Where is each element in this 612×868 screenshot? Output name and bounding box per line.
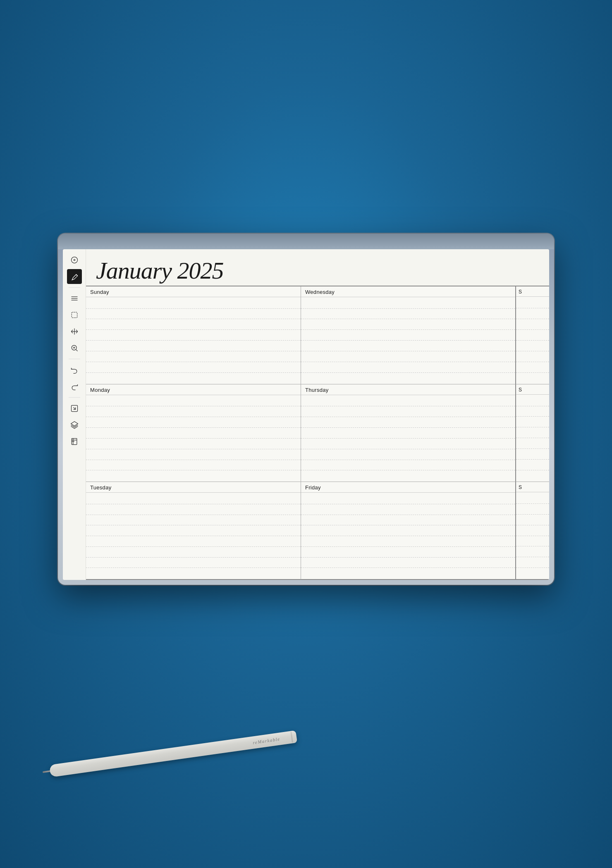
tablet-screen: January 2025 Sunday <box>63 249 549 580</box>
hamburger-icon[interactable] <box>67 291 82 306</box>
friday-cell: Friday <box>301 482 516 580</box>
saturday-3-label: S <box>516 482 549 492</box>
line <box>516 568 549 578</box>
line <box>86 351 301 362</box>
line <box>301 417 515 428</box>
line <box>516 504 549 515</box>
line <box>86 319 301 330</box>
wednesday-cell: Wednesday <box>301 286 516 384</box>
redo-icon[interactable] <box>67 379 82 394</box>
svg-line-8 <box>76 349 77 351</box>
line <box>301 330 515 341</box>
export-icon[interactable] <box>67 401 82 416</box>
line <box>301 439 515 449</box>
svg-marker-12 <box>71 422 78 426</box>
thursday-label: Thursday <box>301 384 515 395</box>
line <box>86 558 301 568</box>
svg-point-1 <box>74 259 75 260</box>
line <box>86 470 301 481</box>
line <box>516 373 549 383</box>
line <box>301 373 515 383</box>
friday-label: Friday <box>301 482 515 493</box>
saturday-2-lines <box>516 395 549 482</box>
tuesday-label: Tuesday <box>86 482 301 493</box>
zoom-icon[interactable] <box>67 341 82 355</box>
line <box>516 406 549 417</box>
line <box>301 309 515 320</box>
sunday-label: Sunday <box>86 286 301 297</box>
target-icon[interactable] <box>67 253 82 267</box>
line <box>301 568 515 578</box>
line <box>516 341 549 351</box>
line <box>86 547 301 558</box>
tuesday-lines <box>86 493 301 579</box>
header: January 2025 <box>86 249 549 286</box>
saturday-1-cell: S <box>516 286 549 384</box>
line <box>86 536 301 547</box>
line <box>86 504 301 515</box>
svg-point-0 <box>71 257 77 263</box>
wednesday-lines <box>301 297 515 384</box>
monday-label: Monday <box>86 384 301 395</box>
layers-icon[interactable] <box>67 417 82 432</box>
line <box>86 341 301 351</box>
line <box>86 439 301 449</box>
monday-cell: Monday <box>86 384 301 482</box>
line <box>86 494 301 504</box>
line <box>516 515 549 525</box>
line <box>301 504 515 515</box>
toolbar-separator-3 <box>69 397 80 398</box>
line <box>86 362 301 373</box>
line <box>516 493 549 504</box>
line <box>516 470 549 481</box>
line <box>301 351 515 362</box>
line <box>86 525 301 536</box>
sunday-cell: Sunday <box>86 286 301 384</box>
saturday-1-lines <box>516 297 549 384</box>
line <box>516 319 549 330</box>
line <box>516 546 549 557</box>
saturday-1-label: S <box>516 286 549 297</box>
tablet: January 2025 Sunday <box>58 234 554 585</box>
pen-tool-icon[interactable] <box>67 269 82 284</box>
undo-icon[interactable] <box>67 362 82 377</box>
selection-icon[interactable] <box>67 308 82 322</box>
pen-brand-label: reMarkable <box>253 736 281 745</box>
tablet-top-bar <box>58 234 554 249</box>
line <box>301 547 515 558</box>
thursday-lines <box>301 395 515 482</box>
sunday-lines <box>86 297 301 384</box>
line <box>301 449 515 460</box>
line <box>86 417 301 428</box>
line <box>516 351 549 362</box>
tuesday-cell: Tuesday <box>86 482 301 580</box>
move-icon[interactable] <box>67 324 82 339</box>
line <box>516 525 549 536</box>
line <box>86 449 301 460</box>
line <box>86 568 301 578</box>
saturday-3-cell: S <box>516 482 549 580</box>
line <box>301 319 515 330</box>
line <box>516 362 549 373</box>
line <box>86 373 301 383</box>
line <box>516 330 549 341</box>
svg-rect-6 <box>72 312 77 317</box>
line <box>86 309 301 320</box>
saturday-2-cell: S <box>516 384 549 482</box>
line <box>301 460 515 471</box>
line <box>86 406 301 417</box>
line <box>516 308 549 319</box>
line <box>301 536 515 547</box>
line <box>86 396 301 407</box>
main-content: January 2025 Sunday <box>86 249 549 580</box>
line <box>301 362 515 373</box>
line <box>86 298 301 309</box>
line <box>516 427 549 438</box>
svg-line-2 <box>76 274 77 276</box>
line <box>86 515 301 526</box>
saturday-3-lines <box>516 492 549 579</box>
line <box>301 298 515 309</box>
notebook-icon[interactable] <box>67 434 82 449</box>
line <box>516 438 549 449</box>
wednesday-label: Wednesday <box>301 286 515 297</box>
